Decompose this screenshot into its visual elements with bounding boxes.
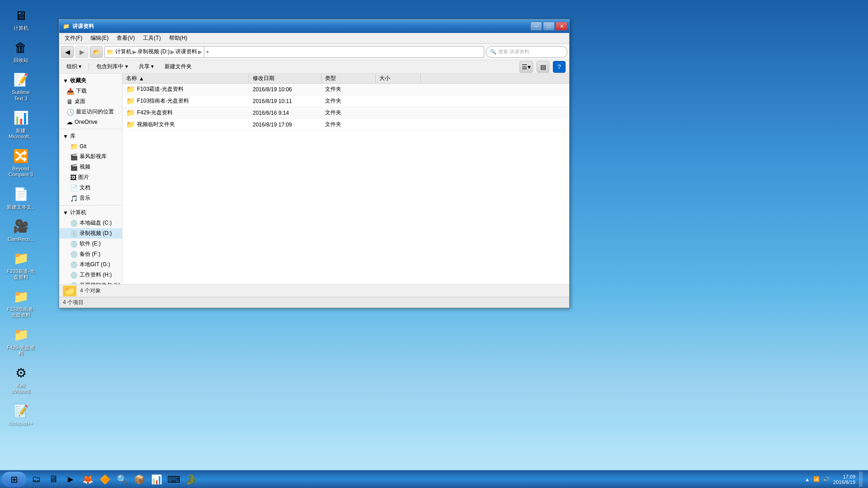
drive-g-label: 本地GIT (G:) (80, 261, 110, 268)
menu-view[interactable]: 查看(V) (113, 33, 138, 43)
sidebar-item-drive-e[interactable]: 💿 软件 (E:) (59, 239, 122, 249)
computer-header-label: 计算机 (70, 209, 86, 216)
menu-help[interactable]: 帮助(H) (165, 33, 191, 43)
share-button[interactable]: 共享 ▾ (135, 62, 157, 71)
desktop-icon-f429[interactable]: 📁 F429-光盘资料 (5, 324, 37, 358)
desktop-icon-excel[interactable]: 📊 新建 Microsoft... (5, 107, 37, 141)
minimize-button[interactable]: ─ (530, 22, 542, 31)
desktop-icon-recycle[interactable]: 🗑 回收站 (5, 37, 37, 65)
sidebar-item-favorites-header: ▼ 收藏夹 (59, 75, 122, 86)
sidebar-item-drive-d[interactable]: 💿 录制视频 (D:) (59, 228, 122, 239)
git-label: Git (80, 143, 86, 150)
camrec-icon: 🎥 (12, 217, 30, 235)
sidebar-item-drive-h[interactable]: 💿 工作资料 (H:) (59, 270, 122, 280)
taskbar-icon-explorer[interactable]: 🗂 (28, 472, 44, 487)
menu-edit[interactable]: 编辑(E) (87, 33, 112, 43)
maximize-button[interactable]: □ (543, 22, 555, 31)
table-row[interactable]: 📁 视频临时文件夹 2016/8/19 17:09 文件夹 (123, 119, 569, 131)
sidebar-item-video[interactable]: 🎬 视频 (59, 162, 122, 172)
file-name-cell-1: 📁 F103指南者-光盘资料 (123, 97, 249, 105)
view-details-button[interactable]: ▤ (537, 61, 549, 73)
video-icon: 🎬 (70, 164, 78, 171)
table-row[interactable]: 📁 F103霸道-光盘资料 2016/8/19 10:06 文件夹 (123, 84, 569, 95)
video-label: 视频 (80, 163, 90, 171)
desktop-icon-beyondcompare[interactable]: 🔀 BeyondCompare 3 (5, 145, 37, 179)
desktop-icon-sublime[interactable]: 📝 SublimeText 3 (5, 69, 37, 103)
taskbar-icon-cmd[interactable]: ▶ (62, 472, 79, 487)
toolbar-separator-1 (89, 63, 89, 71)
search-box[interactable]: 🔍 搜索 讲课资料 (486, 46, 567, 58)
sidebar-item-onedrive[interactable]: ☁ OneDrive (59, 117, 122, 127)
desktop-icon-camrec[interactable]: 🎥 CamReco... (5, 216, 37, 244)
sidebar-item-drive-g[interactable]: 💿 本地GIT (G:) (59, 259, 122, 270)
desktop-icon-notepad[interactable]: 📝 Notepad++ (5, 400, 37, 428)
col-header-name[interactable]: 名称 ▲ (123, 74, 249, 83)
folder-icon-0: 📁 (126, 85, 135, 94)
drive-e-icon: 💿 (70, 240, 78, 248)
sublime-icon-label: SublimeText 3 (12, 89, 30, 101)
desktop-icon-f103badao[interactable]: 📁 F103霸道-光盘资料 (5, 248, 37, 282)
taskbar-icon-firefox[interactable]: 🦊 (80, 472, 96, 487)
table-row[interactable]: 📁 F429-光盘资料 2016/6/16 9:14 文件夹 (123, 107, 569, 119)
taskbar-icon-screen[interactable]: 🖥 (45, 472, 61, 487)
address-dropdown-button[interactable]: ▾ (204, 47, 211, 57)
camrec-icon-label: CamReco... (8, 236, 34, 242)
table-row[interactable]: 📁 F103指南者-光盘资料 2016/8/19 10:11 文件夹 (123, 95, 569, 107)
file-type-1: 文件夹 (325, 97, 341, 105)
menu-file[interactable]: 文件(F) (61, 33, 86, 43)
back-button[interactable]: ◀ (61, 46, 74, 58)
sidebar-item-documents[interactable]: 📄 文档 (59, 183, 122, 193)
file-type-0: 文件夹 (325, 85, 341, 93)
breadcrumb-computer[interactable]: 计算机 (115, 48, 132, 56)
sidebar-item-drive-f[interactable]: 💿 备份 (F:) (59, 249, 122, 259)
taskbar-icon-search[interactable]: 🔍 (114, 472, 130, 487)
sidebar-item-pictures[interactable]: 🖼 图片 (59, 172, 122, 183)
file-date-3: 2016/8/19 17:09 (253, 122, 292, 128)
sidebar-item-drive-i[interactable]: 💿 音视频软件包 (I:) (59, 280, 122, 284)
sort-icon: ▲ (139, 75, 144, 82)
start-button[interactable]: ⊞ (2, 472, 26, 487)
desktop-icon-f103zhinan[interactable]: 📁 F103指南者-光盘资料 (5, 286, 37, 320)
menu-bar: 文件(F) 编辑(E) 查看(V) 工具(T) 帮助(H) (59, 33, 569, 44)
new-folder-button[interactable]: 新建文件夹 (161, 62, 195, 71)
desktop-icon-computer[interactable]: 🖥 计算机 (5, 5, 37, 33)
menu-tools[interactable]: 工具(T) (139, 33, 164, 43)
sidebar-item-music[interactable]: 🎵 音乐 (59, 193, 122, 203)
sidebar-item-downloads[interactable]: 📥 下载 (59, 86, 122, 96)
computer-icon: 🖥 (12, 6, 30, 24)
taskbar-clock[interactable]: 17:09 2016/8/19 (833, 474, 855, 485)
show-desktop-button[interactable] (859, 472, 863, 487)
view-list-button[interactable]: ☰▾ (519, 61, 533, 73)
address-bar[interactable]: 📁 计算机 ▶ 录制视频 (D:) ▶ 讲课资料 ▶ ▾ (104, 46, 484, 58)
file-name-1: F103指南者-光盘资料 (137, 97, 189, 105)
newtext-icon-label: 新建文本文.. (7, 204, 34, 210)
up-folder-button[interactable]: 📂 (90, 46, 103, 58)
col-header-size[interactable]: 大小 (376, 74, 421, 83)
sidebar-item-desktop[interactable]: 🖥 桌面 (59, 96, 122, 107)
close-button[interactable]: ✕ (556, 22, 567, 31)
taskbar-icon-360[interactable]: 🔶 (97, 472, 113, 487)
taskbar-icon-keyboard[interactable]: ⌨ (165, 472, 182, 487)
git-icon: 📁 (70, 143, 78, 150)
desktop-icon-newtext[interactable]: 📄 新建文本文.. (5, 183, 37, 212)
sidebar-item-drive-c[interactable]: 💿 本地磁盘 (C:) (59, 218, 122, 228)
sidebar-item-git[interactable]: 📁 Git (59, 141, 122, 151)
col-header-date[interactable]: 修改日期 (249, 74, 321, 83)
desktop-sidebar-icon: 🖥 (66, 98, 73, 105)
search-placeholder: 搜索 讲课资料 (498, 48, 529, 55)
sidebar-item-baofeng[interactable]: 🎬 暴风影视库 (59, 151, 122, 162)
taskbar-icon-box[interactable]: 📦 (131, 472, 147, 487)
breadcrumb-drive[interactable]: 录制视频 (D:) (137, 48, 170, 56)
recycle-icon: 🗑 (12, 38, 30, 56)
taskbar-icon-camtasia[interactable]: 🐊 (183, 472, 199, 487)
col-header-type[interactable]: 类型 (321, 74, 376, 83)
help-button[interactable]: ? (553, 61, 566, 73)
include-library-button[interactable]: 包含到库中 ▾ (93, 62, 131, 71)
breadcrumb-folder[interactable]: 讲课资料 (175, 48, 197, 56)
network-icon: 📶 (813, 476, 820, 482)
organize-button[interactable]: 组织 ▾ (63, 62, 85, 71)
taskbar-icon-excel-task[interactable]: 📊 (148, 472, 165, 487)
sidebar-item-recent[interactable]: 🕒 最近访问的位置 (59, 107, 122, 117)
desktop-icon-keil[interactable]: ⚙ KeiluVision5 (5, 362, 37, 396)
forward-button[interactable]: ▶ (75, 46, 88, 58)
